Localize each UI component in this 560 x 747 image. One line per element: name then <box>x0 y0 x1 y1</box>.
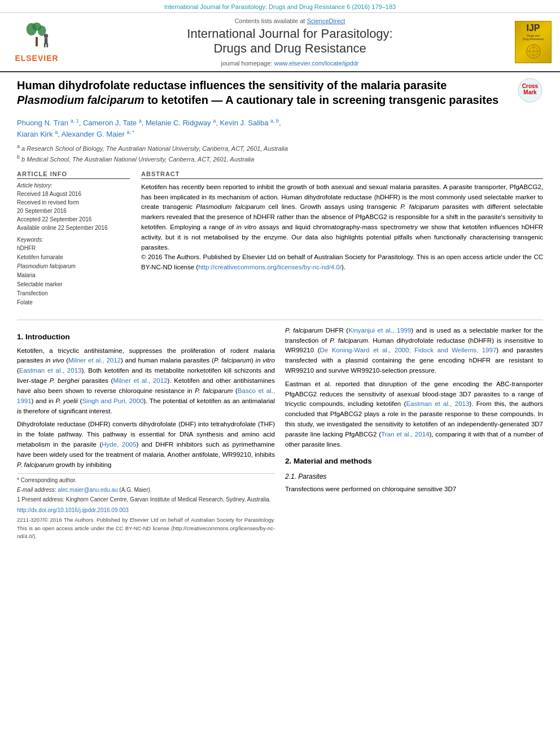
corresponding-author: * Corresponding author. <box>17 476 275 484</box>
elsevier-text: ELSEVIER <box>15 54 58 63</box>
ijp-logo: IJP Drugs andDrug Resistance <box>515 21 552 63</box>
svg-rect-7 <box>44 43 46 47</box>
parasites-text: Transfections were performed on chloroqu… <box>285 484 543 495</box>
elsevier-logo-container: ELSEVIER <box>6 18 68 67</box>
footnotes: * Corresponding author. E-mail address: … <box>17 473 275 504</box>
article-title: Human dihydrofolate reductase influences… <box>17 78 518 107</box>
elsevier-tree-icon <box>20 21 54 53</box>
ijp-logo-container: IJP Drugs andDrug Resistance <box>512 18 554 67</box>
svg-rect-8 <box>46 43 48 47</box>
citation-text: International Journal for Parasitology: … <box>164 3 396 10</box>
ijp-logo-text: IJP <box>526 24 540 33</box>
homepage-url[interactable]: www.elsevier.com/locate/ijpddr <box>274 60 359 67</box>
abstract-heading: ABSTRACT <box>141 171 543 179</box>
keywords-list: hDHFRKetotifen fumaratePlasmodium falcip… <box>17 244 130 307</box>
received-date: Received 18 August 2016 <box>17 190 130 198</box>
journal-header: ELSEVIER Contents lists available at Sci… <box>0 13 560 72</box>
intro-p1: Ketotifen, a tricyclic antihistamine, su… <box>17 346 275 417</box>
abstract-text: Ketotifen has recently been reported to … <box>141 182 543 273</box>
license-link[interactable]: http://creativecommons.org/licenses/by-n… <box>198 264 342 270</box>
history-label: Article history: <box>17 182 130 189</box>
authors: Phuong N. Tran a, 1, Cameron J. Tate a, … <box>17 117 543 140</box>
received-revised: Received in revised form20 September 201… <box>17 198 130 215</box>
sciencedirect-link[interactable]: ScienceDirect <box>307 18 345 24</box>
accepted-date: Accepted 22 September 2016 <box>17 215 130 224</box>
article-info-abstract: ARTICLE INFO Article history: Received 1… <box>17 171 543 312</box>
svg-point-5 <box>44 34 48 38</box>
right-p1: P. falciparum DHFR (Kinyanjui et al., 19… <box>285 326 543 376</box>
body-columns: 1. Introduction Ketotifen, a tricyclic a… <box>17 326 543 541</box>
svg-text:Mark: Mark <box>523 89 537 95</box>
right-column: P. falciparum DHFR (Kinyanjui et al., 19… <box>285 326 543 541</box>
ijp-logo-icon <box>525 43 542 60</box>
journal-citation: International Journal for Parasitology: … <box>0 0 560 13</box>
keywords-label: Keywords: <box>17 237 130 243</box>
ijp-logo-subtitle: Drugs andDrug Resistance <box>523 34 544 41</box>
sciencedirect-line: Contents lists available at ScienceDirec… <box>73 18 506 24</box>
email-line: E-mail address: alec.maier@anu.edu.au (A… <box>17 486 275 494</box>
intro-heading: 1. Introduction <box>17 331 275 343</box>
article-info-panel: ARTICLE INFO Article history: Received 1… <box>17 171 130 312</box>
abstract-panel: ABSTRACT Ketotifen has recently been rep… <box>141 171 543 312</box>
keywords-section: Keywords: hDHFRKetotifen fumaratePlasmod… <box>17 237 130 307</box>
main-content: Human dihydrofolate reductase influences… <box>0 72 560 547</box>
journal-title-section: Contents lists available at ScienceDirec… <box>73 18 506 67</box>
homepage-label: journal homepage: <box>221 60 273 67</box>
crossmark-icon: Cross Mark <box>518 78 543 103</box>
doi-section: http://dx.doi.org/10.1016/j.ijpddr.2016.… <box>17 506 275 515</box>
svg-point-3 <box>32 23 42 31</box>
right-p2: Eastman et al. reported that disruption … <box>285 379 543 450</box>
article-history: Article history: Received 18 August 2016… <box>17 182 130 232</box>
elsevier-logo: ELSEVIER <box>15 21 58 63</box>
journal-title: International Journal for Parasitology:D… <box>73 27 506 56</box>
parasites-subheading: 2.1. Parasites <box>285 471 543 482</box>
left-column: 1. Introduction Ketotifen, a tricyclic a… <box>17 326 275 541</box>
affiliation-a: a Research School of Biology, The Austra… <box>21 145 288 152</box>
license-line: 2211-3207/© 2016 The Authors. Published … <box>17 516 275 541</box>
affiliations: a a Research School of Biology, The Aust… <box>17 143 543 163</box>
divider <box>17 320 543 320</box>
affiliation-b: b Medical School, The Australian Nationa… <box>21 155 254 162</box>
svg-text:Cross: Cross <box>522 83 539 89</box>
svg-rect-4 <box>36 37 38 46</box>
article-info-heading: ARTICLE INFO <box>17 171 130 179</box>
available-online-date: Available online 22 September 2016 <box>17 224 130 232</box>
contents-label: Contents lists available at <box>235 18 305 24</box>
intro-p2: Dihydrofolate reductase (DHFR) converts … <box>17 420 275 470</box>
journal-homepage: journal homepage: www.elsevier.com/locat… <box>73 60 506 67</box>
materials-heading: 2. Material and methods <box>285 456 543 468</box>
present-address: 1 Present address: Kinghorn Cancer Centr… <box>17 495 275 504</box>
article-title-section: Human dihydrofolate reductase influences… <box>17 78 543 112</box>
